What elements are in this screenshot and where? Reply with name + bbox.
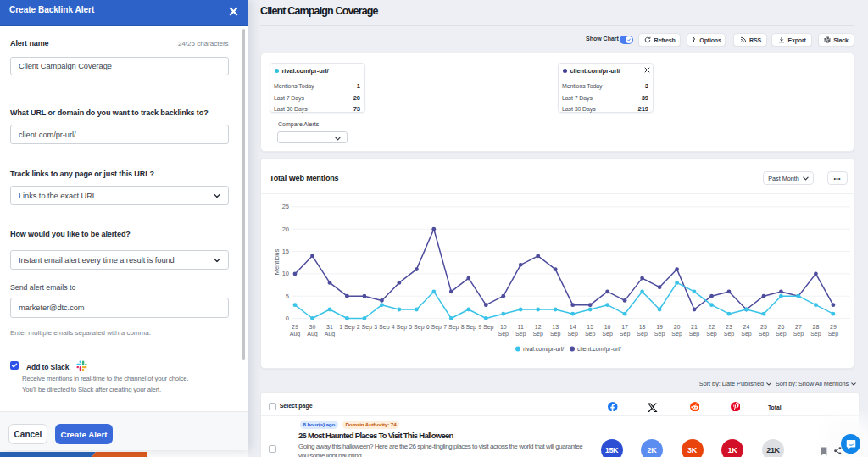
svg-text:29: 29	[830, 323, 837, 329]
svg-text:Sep: Sep	[793, 330, 804, 337]
svg-text:Sep: Sep	[810, 330, 821, 337]
svg-text:Sep: Sep	[620, 330, 631, 337]
svg-text:Sep: Sep	[706, 330, 717, 337]
svg-text:28: 28	[813, 323, 820, 329]
svg-text:17: 17	[621, 323, 628, 329]
svg-text:7 Sep: 7 Sep	[443, 323, 459, 330]
svg-text:4 Sep: 4 Sep	[392, 323, 407, 330]
svg-text:8 Sep: 8 Sep	[461, 323, 476, 330]
svg-text:15: 15	[587, 323, 593, 329]
svg-text:16: 16	[604, 323, 611, 329]
svg-text:5 Sep: 5 Sep	[409, 323, 424, 330]
svg-text:21: 21	[691, 323, 698, 329]
svg-text:Sep: Sep	[532, 330, 543, 337]
svg-text:25: 25	[282, 203, 289, 210]
svg-text:18: 18	[639, 323, 646, 329]
svg-text:Sep: Sep	[602, 330, 613, 337]
svg-text:11: 11	[518, 323, 524, 329]
svg-text:Sep: Sep	[515, 330, 526, 337]
svg-text:3 Sep: 3 Sep	[374, 323, 389, 330]
svg-text:Sep: Sep	[567, 330, 578, 337]
svg-text:client.com/pr-url/: client.com/pr-url/	[577, 346, 621, 353]
svg-text:2 Sep: 2 Sep	[357, 323, 372, 330]
svg-text:Sep: Sep	[637, 330, 648, 337]
svg-text:22: 22	[709, 323, 715, 329]
svg-text:Aug: Aug	[307, 330, 318, 337]
svg-text:Sep: Sep	[498, 330, 509, 337]
svg-text:Aug: Aug	[325, 330, 336, 337]
svg-text:Sep: Sep	[585, 330, 596, 337]
svg-text:Sep: Sep	[671, 330, 682, 337]
svg-text:Sep: Sep	[724, 330, 735, 337]
svg-text:30: 30	[309, 323, 316, 329]
svg-text:19: 19	[656, 323, 663, 329]
svg-text:5: 5	[286, 292, 289, 299]
svg-text:12: 12	[535, 323, 542, 329]
svg-text:Sep: Sep	[741, 330, 752, 337]
svg-text:26: 26	[778, 323, 785, 329]
svg-text:13: 13	[552, 323, 559, 329]
svg-text:Sep: Sep	[689, 330, 700, 337]
svg-text:25: 25	[760, 323, 767, 329]
svg-text:20: 20	[674, 323, 681, 329]
svg-text:24: 24	[743, 323, 750, 329]
svg-text:0: 0	[286, 315, 289, 322]
svg-text:Mentions: Mentions	[273, 248, 281, 275]
svg-text:Sep: Sep	[550, 330, 561, 337]
svg-text:Sep: Sep	[776, 330, 787, 337]
svg-text:6 Sep: 6 Sep	[426, 323, 442, 330]
svg-text:20: 20	[282, 225, 289, 232]
svg-text:Sep: Sep	[654, 330, 665, 337]
svg-text:10: 10	[282, 270, 289, 277]
svg-text:15: 15	[282, 248, 289, 255]
svg-text:Aug: Aug	[290, 330, 301, 337]
svg-text:31: 31	[326, 323, 333, 329]
svg-text:29: 29	[292, 323, 298, 329]
svg-text:27: 27	[795, 323, 802, 329]
svg-text:1 Sep: 1 Sep	[339, 323, 354, 330]
svg-text:10: 10	[500, 323, 507, 329]
svg-text:Sep: Sep	[828, 330, 839, 337]
svg-text:23: 23	[726, 323, 732, 329]
svg-text:14: 14	[570, 323, 576, 329]
svg-text:Sep: Sep	[759, 330, 770, 337]
svg-text:9 Sep: 9 Sep	[478, 323, 493, 330]
svg-text:rival.com/pr-url/: rival.com/pr-url/	[523, 346, 564, 353]
